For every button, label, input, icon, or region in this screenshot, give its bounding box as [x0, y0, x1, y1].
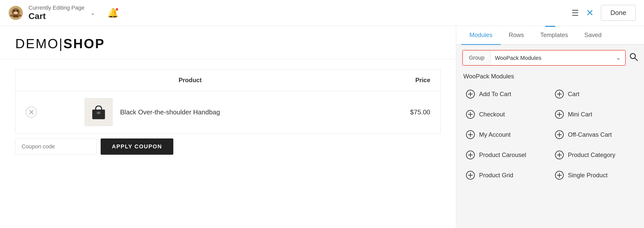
apply-coupon-button[interactable]: APPLY COUPON [101, 138, 173, 155]
notification-dot [116, 8, 118, 11]
coupon-row: APPLY COUPON [15, 138, 441, 155]
svg-point-3 [17, 10, 18, 12]
module-name: Product Grid [479, 172, 513, 179]
add-circle-icon [555, 150, 564, 160]
done-button[interactable]: Done [601, 5, 636, 21]
main-area: DEMO|SHOP Product Price ✕ [0, 26, 644, 228]
svg-point-2 [13, 10, 15, 12]
svg-rect-6 [10, 14, 13, 16]
group-chevron-icon: ⌄ [611, 55, 625, 61]
top-bar: Currently Editing Page Cart ⌄ 🔔 ☰ ✕ Done [0, 0, 644, 26]
module-name: My Account [479, 131, 511, 138]
module-name: Single Product [568, 172, 608, 179]
tab-modules[interactable]: Modules [461, 26, 501, 45]
tab-saved[interactable]: Saved [576, 26, 610, 45]
panel-tabs: Modules Rows Templates Saved [456, 26, 644, 45]
remove-cell: ✕ [16, 91, 74, 133]
svg-rect-10 [98, 112, 99, 114]
tab-templates[interactable]: Templates [532, 26, 576, 45]
close-icon[interactable]: ✕ [586, 8, 594, 18]
handbag-image [88, 102, 109, 122]
module-name: Product Category [568, 151, 616, 159]
price-col-header: Price [365, 69, 440, 91]
product-col-header: Product [16, 69, 365, 91]
svg-rect-8 [92, 110, 105, 119]
svg-line-12 [635, 58, 637, 61]
module-name: Cart [568, 91, 579, 98]
app-logo [8, 5, 23, 21]
add-circle-icon [466, 130, 475, 139]
add-circle-icon [466, 150, 475, 160]
module-name: Add To Cart [479, 91, 511, 98]
product-price: $75.00 [365, 91, 440, 133]
cart-table: Product Price ✕ [15, 69, 441, 133]
remove-item-button[interactable]: ✕ [26, 107, 37, 118]
add-circle-icon [466, 171, 475, 180]
editing-info: Currently Editing Page Cart [28, 5, 84, 21]
svg-point-4 [14, 12, 18, 14]
page-content: DEMO|SHOP Product Price ✕ [0, 26, 456, 228]
svg-rect-5 [13, 15, 19, 17]
module-name: Product Carousel [479, 151, 526, 159]
add-circle-icon [555, 90, 564, 99]
list-item[interactable]: Add To Cart [461, 84, 550, 104]
product-thumbnail [85, 98, 113, 126]
list-item[interactable]: Checkout [461, 104, 550, 125]
modules-section-header: WooPack Modules [456, 71, 644, 84]
top-bar-right: ☰ ✕ Done [572, 5, 636, 21]
list-item[interactable]: Product Carousel [461, 145, 550, 165]
module-name: Checkout [479, 111, 505, 118]
list-item[interactable]: Product Grid [461, 165, 550, 185]
list-item[interactable]: Single Product [550, 165, 639, 185]
list-item[interactable]: Off-Canvas Cart [550, 125, 639, 145]
shop-header: DEMO|SHOP [0, 26, 456, 59]
modules-grid: Add To Cart Cart Checkout [456, 84, 644, 185]
notifications-button[interactable]: 🔔 [107, 8, 119, 18]
product-name: Black Over-the-shoulder Handbag [120, 108, 220, 116]
add-circle-icon [555, 130, 564, 139]
right-panel: Modules Rows Templates Saved Group WooPa… [456, 26, 644, 228]
list-item[interactable]: Mini Cart [550, 104, 639, 125]
add-circle-icon [466, 110, 475, 119]
list-item[interactable]: My Account [461, 125, 550, 145]
group-selector-wrap: Group WooPack Modules Basic Modules Adva… [456, 45, 644, 71]
product-cell: Black Over-the-shoulder Handbag [74, 91, 365, 133]
list-icon[interactable]: ☰ [572, 8, 579, 18]
page-name: Cart [28, 11, 84, 21]
page-dropdown-arrow[interactable]: ⌄ [90, 10, 95, 16]
editing-label: Currently Editing Page [28, 5, 84, 11]
shop-logo: DEMO|SHOP [15, 36, 441, 51]
module-name: Mini Cart [568, 111, 592, 118]
table-row: ✕ B [16, 91, 441, 133]
search-icon [629, 52, 638, 61]
module-name: Off-Canvas Cart [568, 131, 612, 138]
svg-rect-7 [18, 14, 21, 16]
group-label: Group [463, 50, 491, 65]
list-item[interactable]: Cart [550, 84, 639, 104]
add-circle-icon [555, 110, 564, 119]
group-select[interactable]: WooPack Modules Basic Modules Advanced M… [491, 51, 611, 65]
cart-section: Product Price ✕ [0, 59, 456, 165]
add-circle-icon [466, 90, 475, 99]
coupon-input[interactable] [15, 138, 97, 155]
group-selector-box: Group WooPack Modules Basic Modules Adva… [462, 50, 626, 66]
list-item[interactable]: Product Category [550, 145, 639, 165]
search-modules-button[interactable] [629, 52, 638, 63]
tab-rows[interactable]: Rows [501, 26, 532, 45]
add-circle-icon [555, 171, 564, 180]
